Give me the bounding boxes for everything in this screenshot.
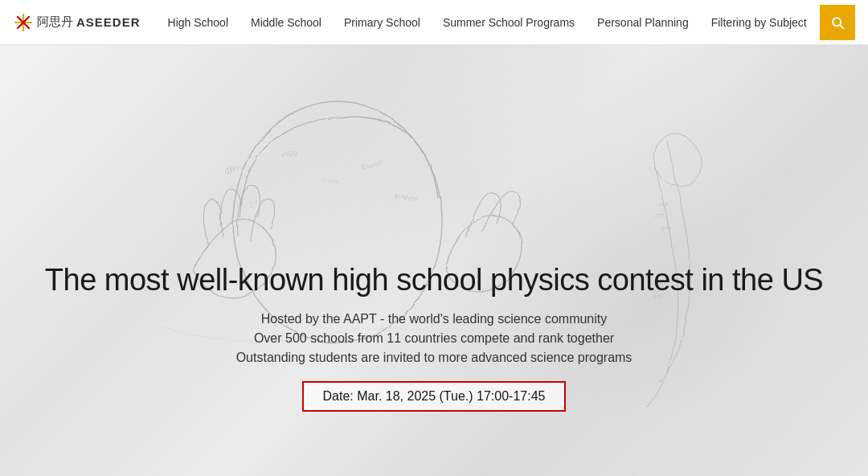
nav-link-filtering-subject[interactable]: Filtering by Subject (700, 0, 818, 45)
logo-text-chinese: 阿思丹 (37, 14, 73, 30)
hero-date-badge: Date: Mar. 18, 2025 (Tue.) 17:00-17:45 (302, 381, 567, 412)
nav-link-primary-school[interactable]: Primary School (333, 0, 432, 45)
nav-link-personal-planning[interactable]: Personal Planning (586, 0, 700, 45)
hero-subtitle-1: Hosted by the AAPT - the world's leading… (32, 312, 836, 326)
logo[interactable]: 阿思丹 ASEEDER (13, 12, 141, 33)
nav-link-high-school[interactable]: High School (157, 0, 240, 45)
hero-content: The most well-known high school physics … (0, 262, 868, 412)
nav-links: High School Middle School Primary School… (157, 0, 820, 45)
nav-link-summer-school[interactable]: Summer School Programs (432, 0, 586, 45)
navbar: 阿思丹 ASEEDER High School Middle School Pr… (0, 0, 868, 45)
nav-link-middle-school[interactable]: Middle School (240, 0, 333, 45)
hero-section: ΔH=... v²/2g F=ma E=mc² ∑F=0 λ=h/mv אבג … (0, 45, 868, 476)
hero-date-text: Date: Mar. 18, 2025 (Tue.) 17:00-17:45 (323, 389, 546, 403)
search-button[interactable] (820, 5, 855, 40)
logo-icon (13, 12, 34, 33)
hero-subtitle-2: Over 500 schools from 11 countries compe… (32, 331, 836, 346)
hero-title: The most well-known high school physics … (32, 262, 836, 299)
logo-text-english: ASEEDER (76, 15, 141, 29)
search-icon (829, 14, 845, 31)
hero-subtitle-3: Outstanding students are invited to more… (32, 351, 836, 365)
